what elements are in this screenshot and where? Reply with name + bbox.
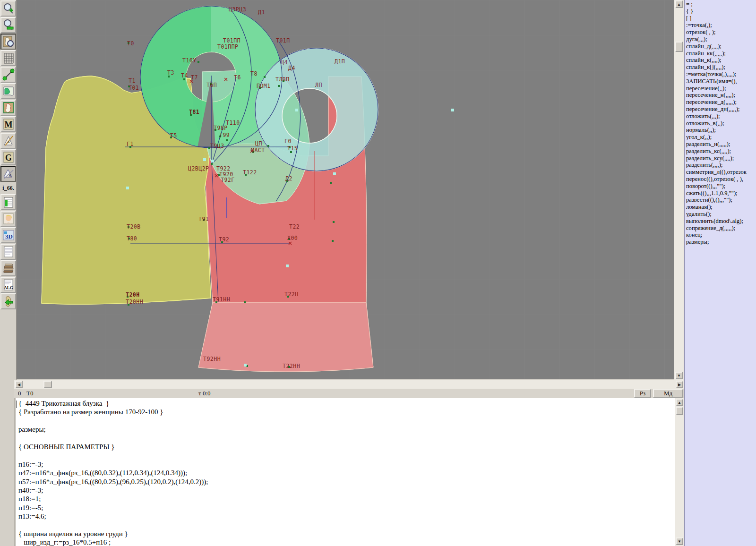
command-item[interactable]: [ ] <box>686 15 756 22</box>
command-item[interactable]: угол_к(,,); <box>686 134 756 141</box>
handle-marker[interactable] <box>451 109 454 111</box>
command-item[interactable]: перенос((),отрезок( , ), <box>686 176 756 183</box>
svg-text:ALG: ALG <box>4 285 13 290</box>
handle-marker[interactable] <box>333 172 336 175</box>
toolbar-exit-button[interactable] <box>0 293 16 309</box>
command-item[interactable]: размеры; <box>686 239 756 246</box>
command-item[interactable]: сопряжение_д(,,,,,); <box>686 225 756 232</box>
command-item[interactable]: сплайн_кк(,,,,,); <box>686 50 756 57</box>
point-marker[interactable] <box>244 301 246 303</box>
toolbar-graphics-button[interactable]: G <box>0 149 16 165</box>
editor-vscrollbar[interactable]: ▲ ▼ <box>675 398 684 546</box>
command-item[interactable]: разделить_кс(,,,,); <box>686 148 756 155</box>
command-item[interactable]: пересечение_н(,,,,); <box>686 92 756 99</box>
handle-marker[interactable] <box>126 187 129 189</box>
svg-text:3D: 3D <box>5 233 13 240</box>
command-item[interactable]: сплайн_д(,,,,); <box>686 43 756 50</box>
canvas-vscrollbar[interactable]: ▲ ▼ <box>674 0 684 380</box>
pattern-piece-red-skirt[interactable] <box>198 302 373 372</box>
point-label: Т110 <box>226 119 240 126</box>
editor-vscroll-thumb[interactable] <box>676 407 683 415</box>
toolbar-view-3d-button[interactable]: 3D <box>0 227 16 243</box>
point-label: Ц4 <box>281 59 288 66</box>
point-label: Т20НН <box>126 299 143 305</box>
command-item[interactable]: :=точка(,); <box>686 22 756 29</box>
command-item[interactable]: { } <box>686 8 756 15</box>
command-item[interactable]: сжать((),,,1.1,0.9,""); <box>686 190 756 197</box>
scroll-right-icon[interactable]: ▶ <box>676 381 683 388</box>
point-label: Т22Н <box>284 291 299 298</box>
command-item[interactable]: разделить_ксу(,,,,); <box>686 155 756 162</box>
toolbar-zoom-in-button[interactable] <box>0 0 16 17</box>
command-item[interactable]: сплайн_к(,,,,); <box>686 57 756 64</box>
command-item[interactable]: поворот((),,,""); <box>686 183 756 190</box>
command-item[interactable]: отложить(,,,); <box>686 113 756 120</box>
scroll-up-icon[interactable]: ▲ <box>676 399 683 406</box>
toolbar-piece-zoom-button[interactable] <box>0 34 16 50</box>
point-marker[interactable] <box>226 139 228 141</box>
command-item[interactable]: ЗАПИСАТЬ(имя=(), <box>686 78 756 85</box>
command-item[interactable]: конец; <box>686 231 756 239</box>
command-item[interactable]: развести((),(),,,""); <box>686 196 756 204</box>
point-marker[interactable] <box>267 145 269 147</box>
scroll-up-icon[interactable]: ▲ <box>675 0 683 8</box>
command-item[interactable]: :=метка(точка(,),,,,); <box>686 71 756 78</box>
toolbar-algorithm-file-button[interactable]: ALG <box>0 277 16 293</box>
toolbar-pattern-frame-button[interactable] <box>0 100 16 116</box>
scroll-left-icon[interactable]: ◀ <box>15 381 23 388</box>
command-item[interactable]: разделить_н(,,,,,); <box>686 141 756 148</box>
toolbar-table-report-button[interactable] <box>0 194 16 210</box>
point-marker[interactable] <box>264 76 266 78</box>
toolbar-drafting-8-button[interactable]: 8 <box>0 166 16 182</box>
command-item[interactable]: ломаная(); <box>686 204 756 211</box>
toolbar-drafting-tools-button[interactable]: А <box>0 133 16 149</box>
toolbar-archive-books-button[interactable] <box>0 260 16 276</box>
command-item[interactable]: дуга(,,,); <box>686 36 756 43</box>
command-item[interactable]: удалить(); <box>686 211 756 218</box>
toolbar-image-view-button[interactable] <box>0 83 16 99</box>
command-item[interactable]: отложить_в(,,); <box>686 120 756 127</box>
canvas-hscroll-thumb[interactable] <box>43 381 52 388</box>
handle-marker[interactable] <box>286 264 289 267</box>
toolbar-zoom-out-button[interactable] <box>0 17 16 33</box>
editor-line: { ОСНОВНЫЕ ПАРАМЕТРЫ } <box>18 443 675 452</box>
handle-marker[interactable] <box>244 364 247 367</box>
point-marker[interactable] <box>330 182 332 184</box>
command-item[interactable]: разделить(,,,,); <box>686 162 756 169</box>
point-label: Т9ЦЗ <box>210 143 224 149</box>
command-item[interactable]: нормаль(,,); <box>686 127 756 134</box>
drawing-canvas[interactable]: ЦЗРЦЗД1Т0Т01ППТ01ППРТ01ПТ16УД1ПЦ4Д4Т3Т4Т… <box>17 0 674 379</box>
point-marker[interactable] <box>333 221 335 223</box>
point-marker[interactable] <box>211 163 213 165</box>
point-marker[interactable] <box>332 240 334 242</box>
command-item[interactable]: отрезок( , ); <box>686 29 756 36</box>
scroll-down-icon[interactable]: ▼ <box>676 537 683 545</box>
toolbar-text-listing-button[interactable] <box>0 244 16 260</box>
md-button[interactable]: Мд <box>653 389 683 398</box>
command-item[interactable]: симметрия_л((),отрезок <box>686 169 756 176</box>
rz-button[interactable]: Рз <box>634 389 651 398</box>
handle-marker[interactable] <box>203 158 206 161</box>
point-marker[interactable] <box>198 61 199 63</box>
command-item[interactable]: выполнить(dmod\.alg); <box>686 218 756 225</box>
toolbar-measure-segment-button[interactable] <box>0 67 16 83</box>
scroll-down-icon[interactable]: ▼ <box>675 372 683 379</box>
algorithm-editor[interactable]: { 4449 Трикотажная блузка }{ Разработано… <box>14 398 675 546</box>
point-label: Д4 <box>288 65 295 71</box>
handle-marker[interactable] <box>211 160 214 162</box>
command-item[interactable]: пересечение_д(,,,,,); <box>686 99 756 106</box>
canvas-vscroll-thumb[interactable] <box>675 42 683 52</box>
handle-marker[interactable] <box>295 109 298 111</box>
command-item[interactable]: пересечение_дн(,,,,,); <box>686 106 756 113</box>
toolbar-pattern-model-button[interactable]: M <box>0 116 16 132</box>
command-item[interactable]: = ; <box>686 1 756 8</box>
toolbar-grid-button[interactable] <box>0 50 16 66</box>
point-marker[interactable] <box>278 85 280 87</box>
editor-line: п19:=-5; <box>18 504 675 512</box>
canvas-hscrollbar[interactable]: ◀ ▶ <box>14 380 684 389</box>
point-label: Т122 <box>243 169 257 176</box>
command-item[interactable]: сплайн_к[](,,,,); <box>686 64 756 71</box>
editor-line: размеры; <box>18 426 675 434</box>
command-item[interactable]: пересечение(,,); <box>686 85 756 92</box>
toolbar-photo-model-button[interactable] <box>0 211 16 227</box>
